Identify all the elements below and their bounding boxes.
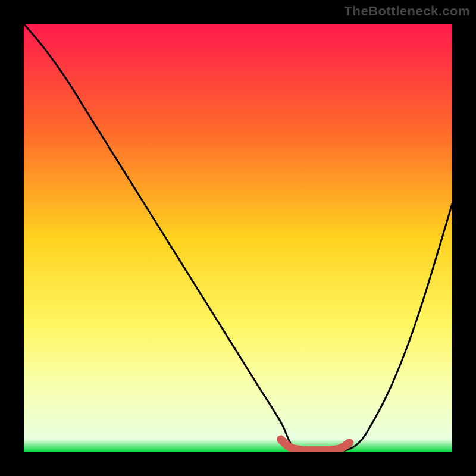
chart-svg <box>24 24 452 452</box>
plot-area <box>24 24 452 452</box>
chart-frame: TheBottleneck.com <box>0 0 476 476</box>
gradient-background <box>24 24 452 452</box>
watermark-text: TheBottleneck.com <box>345 4 470 19</box>
